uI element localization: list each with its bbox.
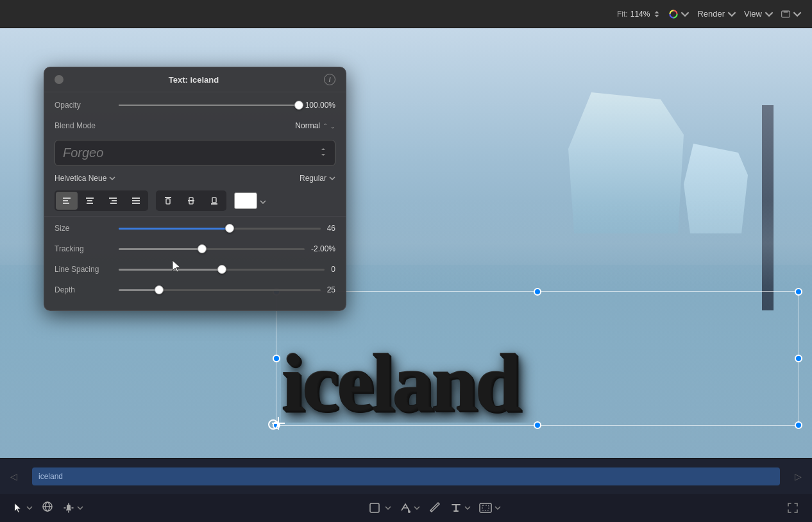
fullscreen-icon[interactable]	[786, 501, 799, 514]
render-btn[interactable]: Render	[697, 9, 736, 19]
opacity-thumb[interactable]	[294, 101, 303, 110]
svg-rect-28	[482, 505, 489, 510]
view-chevron-icon	[765, 10, 774, 19]
top-toolbar: Fit: 114% Render View	[0, 0, 812, 28]
align-center-button[interactable]	[79, 192, 101, 210]
right-tools	[786, 501, 799, 514]
line-spacing-slider[interactable]	[119, 269, 325, 271]
pan-tool-icon	[62, 501, 75, 514]
valign-bottom-button[interactable]	[203, 192, 225, 210]
panel-info-button[interactable]: i	[324, 74, 335, 85]
fit-stepper-icon	[652, 10, 661, 19]
select-tool-icon	[13, 502, 24, 514]
line-spacing-slider-fill	[119, 269, 222, 271]
layout-icon	[781, 10, 790, 19]
svg-rect-3	[63, 198, 71, 199]
valign-top-button[interactable]	[157, 192, 179, 210]
tracking-slider-thumb[interactable]	[198, 244, 207, 253]
shape-tool-button[interactable]	[369, 502, 391, 514]
blend-mode-label: Blend Mode	[55, 121, 112, 130]
line-spacing-slider-thumb[interactable]	[217, 265, 226, 274]
font-name-label: Helvetica Neue	[55, 174, 106, 183]
valign-bottom-icon	[209, 196, 219, 206]
svg-rect-14	[132, 203, 140, 204]
font-weight-selector[interactable]: Regular	[300, 174, 335, 183]
align-left-button[interactable]	[56, 192, 78, 210]
timeline-clip[interactable]: iceland	[32, 467, 780, 485]
font-name-chevron-icon	[109, 176, 115, 180]
view-btn[interactable]: View	[744, 9, 774, 19]
alignment-row	[44, 187, 346, 215]
paint-tool-button[interactable]	[399, 501, 420, 514]
divider-1	[44, 216, 346, 217]
size-label: Size	[55, 224, 112, 233]
blend-mode-control[interactable]: Normal ⌃ ⌃	[295, 121, 335, 130]
mask-tool-button[interactable]	[478, 502, 501, 514]
align-right-button[interactable]	[102, 192, 124, 210]
center-tools	[369, 500, 501, 516]
svg-rect-16	[166, 199, 170, 204]
valign-top-icon	[163, 196, 173, 206]
blend-mode-row: Blend Mode Normal ⌃ ⌃	[44, 115, 346, 136]
svg-rect-8	[87, 203, 93, 204]
align-right-icon	[108, 196, 118, 206]
size-slider-thumb[interactable]	[225, 224, 234, 233]
shape-tool-icon	[369, 502, 383, 514]
pan-tool-button[interactable]	[62, 501, 83, 514]
font-selector-dropdown[interactable]: Forgeo	[55, 140, 335, 166]
svg-rect-27	[480, 503, 491, 512]
opacity-value: 100.00%	[305, 101, 335, 110]
font-style-row: Helvetica Neue Regular	[44, 170, 346, 187]
properties-panel: Text: iceland i Opacity 100.00% Blend Mo…	[44, 67, 346, 311]
svg-rect-4	[63, 200, 68, 201]
layout-btn[interactable]	[781, 10, 802, 19]
text-color-control[interactable]	[234, 192, 266, 209]
draw-tool-icon	[428, 500, 442, 513]
align-justify-button[interactable]	[125, 192, 147, 210]
tracking-slider[interactable]	[119, 248, 305, 250]
line-spacing-label: Line Spacing	[55, 265, 112, 274]
color-chevron-icon	[681, 10, 689, 19]
line-spacing-row: Line Spacing 0	[44, 259, 346, 280]
select-tool-chevron-icon	[26, 506, 33, 510]
align-center-icon	[85, 196, 95, 206]
depth-row: Depth 25	[44, 280, 346, 300]
size-slider[interactable]	[119, 228, 321, 230]
orbit-tool-button[interactable]	[40, 500, 55, 516]
depth-slider[interactable]	[119, 289, 321, 291]
font-name-selector[interactable]: Helvetica Neue	[55, 174, 294, 183]
size-slider-fill	[119, 228, 230, 230]
canvas-text: iceland	[281, 341, 518, 423]
svg-rect-15	[165, 197, 171, 198]
tracking-label: Tracking	[55, 244, 112, 253]
mask-tool-icon	[478, 502, 493, 514]
paint-tool-icon	[399, 501, 412, 514]
select-tool-button[interactable]	[13, 502, 33, 514]
pan-tool-chevron-icon	[77, 506, 83, 510]
valign-middle-button[interactable]	[180, 192, 202, 210]
svg-rect-5	[63, 203, 69, 204]
tracking-row: Tracking -2.00%	[44, 239, 346, 259]
color-btn[interactable]	[669, 10, 689, 19]
canvas-area: iceland Text: iceland i Opacity 100.00% …	[0, 28, 812, 458]
svg-rect-25	[370, 503, 379, 512]
draw-tool-button[interactable]	[428, 500, 442, 516]
opacity-slider[interactable]	[119, 105, 299, 106]
text-chevron-icon	[464, 506, 471, 510]
tracking-slider-fill	[119, 248, 202, 250]
panel-header: Text: iceland i	[44, 67, 346, 92]
depth-slider-thumb[interactable]	[155, 285, 164, 294]
shape-chevron-icon	[385, 506, 391, 510]
left-tools	[13, 500, 83, 516]
svg-rect-20	[211, 203, 217, 205]
depth-slider-fill	[119, 289, 159, 291]
paint-chevron-icon	[414, 506, 420, 510]
fit-control[interactable]: Fit: 114%	[617, 10, 661, 19]
font-weight-label: Regular	[300, 174, 326, 183]
timeline-track: ◁ iceland ▷	[0, 459, 812, 494]
panel-close-button[interactable]	[55, 75, 63, 84]
mask-chevron-icon	[495, 506, 501, 510]
text-tool-button[interactable]	[450, 501, 471, 514]
svg-rect-6	[86, 198, 94, 199]
font-placeholder-text: Forgeo	[63, 146, 319, 160]
